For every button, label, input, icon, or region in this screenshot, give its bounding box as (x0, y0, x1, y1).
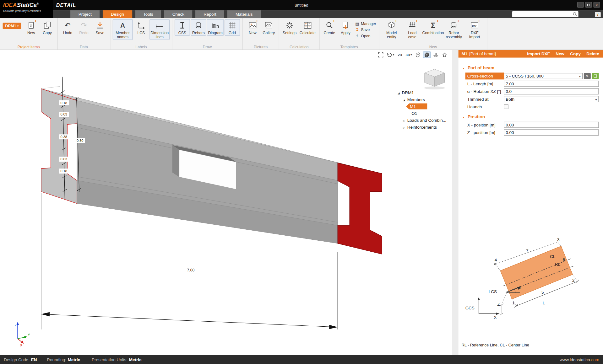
trimmed-at-dropdown[interactable]: Both (504, 96, 599, 102)
undo-button[interactable]: ↶ Undo (60, 19, 75, 36)
info-icon: i (597, 13, 598, 17)
settings-button[interactable]: Settings (281, 19, 298, 36)
x-position-row: X - position [m] 0.00 (459, 121, 603, 128)
info-button[interactable]: i (595, 12, 600, 17)
delete-member-button[interactable]: Delete (586, 51, 599, 56)
cross-section-manager-button[interactable] (592, 73, 599, 79)
position-diagram: CL RL LCS α GCS X Z L 1 2 3 4 5 6 7 (459, 230, 603, 345)
tree-item-members[interactable]: Members (396, 96, 451, 103)
expander-icon[interactable] (402, 125, 406, 130)
copy-project-item-button[interactable]: Copy (40, 19, 55, 36)
fullscreen-button[interactable] (377, 51, 385, 58)
group-label-project-items: Project items (0, 45, 57, 49)
search-icon[interactable] (573, 12, 577, 17)
tab-materials[interactable]: Materials (227, 10, 261, 18)
gallery-button[interactable]: Gallery (261, 19, 276, 36)
rotation-row: α - Rotation XZ [°] 0.0 (459, 88, 603, 95)
tab-tools[interactable]: Tools (135, 10, 161, 18)
beam-left-end-face (41, 89, 77, 204)
close-button[interactable]: × (593, 2, 600, 8)
tab-check[interactable]: Check (164, 10, 193, 18)
cross-section-dropdown[interactable]: 5 - CCSS I 160, 800 (504, 73, 583, 79)
group-label-labels: Labels (110, 45, 172, 49)
grid-toggle[interactable]: Grid (225, 19, 240, 36)
rebar-assembly-button[interactable]: Rebar assembly (444, 19, 464, 40)
diagram-caption: RL - Reference Line, CL - Center Line (461, 342, 529, 347)
save-button[interactable]: Save (92, 19, 108, 36)
model-viewport[interactable]: 0.18 0.03 0.38 0.80 0.03 0.18 7.00 (0, 50, 452, 355)
length-input[interactable]: 7.00 (504, 81, 599, 87)
svg-text:5: 5 (541, 290, 544, 295)
dxf-import-button[interactable]: DXF DXF Import (464, 19, 485, 40)
template-open-button[interactable]: Open (355, 33, 376, 39)
copy-icon (42, 20, 52, 30)
z-position-input[interactable]: 0.00 (504, 129, 599, 136)
section-position[interactable]: Position (459, 113, 603, 121)
edit-cross-section-button[interactable]: ✎ (584, 73, 591, 79)
orbit-button[interactable] (386, 51, 395, 58)
new-project-item-button[interactable]: New (24, 19, 39, 36)
tree-item-drm1[interactable]: DRM1 (396, 89, 451, 96)
ribbon-group-pictures: New Gallery Pictures (242, 18, 279, 50)
calculate-button[interactable]: Calculate (298, 19, 317, 36)
tab-design[interactable]: Design (103, 10, 132, 18)
diagram-toggle[interactable]: Diagram (207, 19, 224, 36)
redo-button[interactable]: ↷ Redo (76, 19, 91, 36)
x-position-input[interactable]: 0.00 (504, 122, 599, 128)
clip-planes-button[interactable] (432, 51, 439, 58)
home-view-button[interactable] (441, 51, 448, 58)
template-save-button[interactable]: Save (355, 27, 376, 33)
navigation-cube[interactable] (423, 66, 448, 90)
collapse-triangle-icon[interactable] (462, 66, 465, 70)
app-logo: IDEAStatiCa® Calculate yesterday's estim… (0, 0, 53, 18)
home-icon (442, 52, 447, 57)
new-picture-button[interactable]: New (245, 19, 260, 36)
lcs-toggle[interactable]: LCS (133, 19, 149, 36)
solid-view-button[interactable] (423, 51, 431, 58)
load-case-button[interactable]: Load case (402, 19, 422, 40)
svg-text:0.03: 0.03 (61, 112, 67, 116)
save-icon (95, 20, 105, 30)
section-part-of-beam[interactable]: Part of beam (459, 64, 603, 72)
website-link[interactable]: www.ideastatica.com (560, 357, 599, 362)
svg-text:GCS: GCS (465, 306, 475, 310)
tab-project[interactable]: Project (70, 10, 100, 18)
collapse-triangle-icon[interactable] (462, 115, 465, 119)
view-2d-button[interactable]: 2D (396, 51, 403, 58)
search-box (512, 11, 579, 17)
svg-text:0.18: 0.18 (61, 101, 67, 105)
new-member-button[interactable]: New (556, 51, 564, 56)
dimension-lines-toggle[interactable]: Dimension lines (149, 19, 170, 40)
view-3d-button[interactable]: 3D (405, 51, 413, 58)
new-picture-icon (247, 20, 258, 30)
template-apply-button[interactable]: Apply (338, 19, 353, 36)
tree-item-o1[interactable]: O1 (396, 110, 451, 117)
maximize-button[interactable] (585, 2, 592, 8)
css-toggle[interactable]: CSS (175, 19, 190, 36)
tree-item-loads-and-combinations[interactable]: Loads and Combin... (396, 117, 451, 124)
copy-member-button[interactable]: Copy (570, 51, 581, 56)
tree-item-m1-selected[interactable]: M1 (396, 103, 451, 110)
minimize-button[interactable] (577, 2, 584, 8)
trimmed-at-row: Trimmed at Both (459, 95, 603, 103)
member-names-toggle[interactable]: A Member names (113, 19, 133, 40)
combination-button[interactable]: Σ Combination (423, 19, 443, 36)
rotation-input[interactable]: 0.0 (504, 88, 599, 94)
i-beam-section-icon (177, 20, 187, 30)
svg-text:0.18: 0.18 (61, 169, 67, 173)
project-item-selector[interactable]: DRM1 (3, 23, 21, 29)
expander-icon[interactable] (402, 118, 406, 123)
template-create-button[interactable]: Create (322, 19, 337, 36)
expander-icon[interactable] (397, 90, 400, 95)
tab-report[interactable]: Report (196, 10, 225, 18)
rebars-toggle[interactable]: Rebars (191, 19, 206, 36)
axonometry-button[interactable] (414, 51, 422, 58)
search-input[interactable] (512, 12, 573, 17)
tree-item-reinforcements[interactable]: Reinforcements (396, 124, 451, 131)
expander-icon[interactable] (402, 97, 406, 102)
model-entity-button[interactable]: Model entity (382, 19, 402, 40)
template-manager-button[interactable]: Manager (355, 21, 376, 26)
haunch-checkbox[interactable] (504, 104, 508, 109)
apply-template-icon (340, 20, 350, 30)
import-dxf-button[interactable]: Import DXF (527, 51, 550, 56)
